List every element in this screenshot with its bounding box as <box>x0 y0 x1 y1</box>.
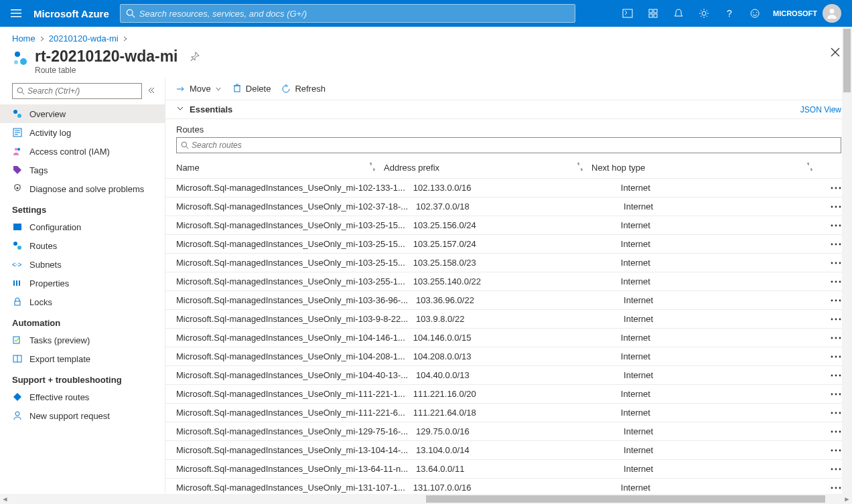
table-row[interactable]: Microsoft.Sql-managedInstances_UseOnly_m… <box>165 291 852 310</box>
col-name-header[interactable]: Name <box>176 163 200 173</box>
sidebar-item-support-request[interactable]: New support request <box>0 406 165 425</box>
row-context-menu[interactable] <box>831 221 841 230</box>
chevron-right-icon <box>40 33 45 44</box>
row-context-menu[interactable] <box>831 408 841 418</box>
delete-button[interactable]: Delete <box>232 83 271 94</box>
json-view-link[interactable]: JSON View <box>800 105 841 114</box>
sidebar-item-access-control[interactable]: Access control (IAM) <box>0 142 165 161</box>
svg-point-16 <box>15 52 20 57</box>
sidebar-item-locks[interactable]: Locks <box>0 292 165 311</box>
move-icon <box>176 84 186 94</box>
row-context-menu[interactable] <box>831 390 841 399</box>
sidebar-item-routes[interactable]: Routes <box>0 236 165 255</box>
cell-prefix: 13.64.0.0/11 <box>416 464 464 474</box>
sort-icon[interactable] <box>369 163 376 173</box>
global-search-input[interactable] <box>139 9 569 19</box>
row-context-menu[interactable] <box>831 277 841 286</box>
directories-icon[interactable] <box>640 0 666 27</box>
sidebar-item-properties[interactable]: Properties <box>0 274 165 292</box>
row-context-menu[interactable] <box>831 296 841 305</box>
table-row[interactable]: Microsoft.Sql-managedInstances_UseOnly_m… <box>165 441 852 460</box>
move-button[interactable]: Move <box>176 84 222 94</box>
sidebar-item-tags[interactable]: Tags <box>0 161 165 179</box>
sidebar-item-label: New support request <box>29 411 110 421</box>
help-icon[interactable]: ? <box>717 0 742 27</box>
collapse-sidebar-button[interactable] <box>147 86 155 96</box>
sidebar-item-export-template[interactable]: Export template <box>0 349 165 368</box>
table-row[interactable]: Microsoft.Sql-managedInstances_UseOnly_m… <box>165 216 852 235</box>
brand-label[interactable]: Microsoft Azure <box>33 8 109 19</box>
table-row[interactable]: Microsoft.Sql-managedInstances_UseOnly_m… <box>165 385 852 404</box>
svg-point-3 <box>127 9 133 15</box>
svg-point-58 <box>835 224 837 226</box>
row-context-menu[interactable] <box>831 240 841 249</box>
pin-button[interactable] <box>190 52 200 63</box>
row-context-menu[interactable] <box>831 333 841 343</box>
menu-toggle[interactable] <box>5 3 27 24</box>
sidebar-item-subnets[interactable]: <·> Subnets <box>0 255 165 274</box>
sidebar-item-diagnose[interactable]: Diagnose and solve problems <box>0 179 165 198</box>
svg-point-23 <box>13 110 17 114</box>
col-prefix-header[interactable]: Address prefix <box>384 163 439 173</box>
breadcrumb-resource[interactable]: 20210120-wda-mi <box>49 33 119 44</box>
horizontal-scrollbar[interactable]: ◄► <box>0 494 852 504</box>
sort-icon[interactable] <box>577 163 583 173</box>
sidebar-item-configuration[interactable]: Configuration <box>0 218 165 236</box>
row-context-menu[interactable] <box>831 202 841 212</box>
routes-search[interactable] <box>176 137 841 153</box>
global-search[interactable] <box>120 4 575 23</box>
breadcrumb-home[interactable]: Home <box>12 33 36 44</box>
ellipsis-icon <box>831 318 841 321</box>
vertical-scrollbar[interactable] <box>842 27 852 494</box>
table-row[interactable]: Microsoft.Sql-managedInstances_UseOnly_m… <box>165 347 852 366</box>
routes-search-input[interactable] <box>192 141 837 150</box>
delete-icon <box>232 83 242 92</box>
table-row[interactable]: Microsoft.Sql-managedInstances_UseOnly_m… <box>165 329 852 347</box>
svg-point-10 <box>702 11 706 15</box>
sidebar-item-overview[interactable]: Overview <box>0 104 165 123</box>
sidebar-search-input[interactable] <box>27 86 137 96</box>
svg-point-98 <box>839 468 841 470</box>
table-row[interactable]: Microsoft.Sql-managedInstances_UseOnly_m… <box>165 179 852 197</box>
table-row[interactable]: Microsoft.Sql-managedInstances_UseOnly_m… <box>165 272 852 291</box>
row-context-menu[interactable] <box>831 427 841 436</box>
table-row[interactable]: Microsoft.Sql-managedInstances_UseOnly_m… <box>165 422 852 441</box>
cell-prefix: 111.221.64.0/18 <box>413 408 476 418</box>
sidebar-item-tasks[interactable]: Tasks (preview) <box>0 331 165 349</box>
feedback-icon[interactable] <box>742 0 768 27</box>
sidebar-item-effective-routes[interactable]: Effective routes <box>0 388 165 406</box>
table-row[interactable]: Microsoft.Sql-managedInstances_UseOnly_m… <box>165 310 852 329</box>
sort-icon[interactable] <box>806 163 813 173</box>
cloud-shell-icon[interactable] <box>615 0 640 27</box>
table-row[interactable]: Microsoft.Sql-managedInstances_UseOnly_m… <box>165 404 852 422</box>
ellipsis-icon <box>831 412 841 414</box>
table-row[interactable]: Microsoft.Sql-managedInstances_UseOnly_m… <box>165 254 852 272</box>
row-context-menu[interactable] <box>831 315 841 324</box>
table-row[interactable]: Microsoft.Sql-managedInstances_UseOnly_m… <box>165 366 852 385</box>
subnets-icon: <·> <box>12 259 23 270</box>
row-context-menu[interactable] <box>831 183 841 193</box>
row-context-menu[interactable] <box>831 465 841 474</box>
cell-prefix: 104.208.0.0/13 <box>413 351 472 361</box>
close-button[interactable] <box>831 48 840 59</box>
refresh-button[interactable]: Refresh <box>281 84 326 94</box>
essentials-toggle[interactable] <box>176 104 184 114</box>
row-context-menu[interactable] <box>831 483 841 493</box>
col-hop-header[interactable]: Next hop type <box>591 163 645 173</box>
row-context-menu[interactable] <box>831 352 841 361</box>
account-area[interactable]: MICROSOFT <box>768 4 847 23</box>
row-context-menu[interactable] <box>831 258 841 268</box>
page-subtitle: Route table <box>35 66 178 75</box>
sidebar-item-activity-log[interactable]: Activity log <box>0 123 165 142</box>
table-row[interactable]: Microsoft.Sql-managedInstances_UseOnly_m… <box>165 460 852 479</box>
sidebar-search[interactable] <box>12 83 142 99</box>
row-context-menu[interactable] <box>831 446 841 455</box>
hamburger-icon <box>11 8 21 19</box>
svg-rect-8 <box>649 14 652 17</box>
table-row[interactable]: Microsoft.Sql-managedInstances_UseOnly_m… <box>165 235 852 254</box>
settings-icon[interactable] <box>691 0 717 27</box>
cell-prefix: 103.25.157.0/24 <box>413 239 476 249</box>
row-context-menu[interactable] <box>831 371 841 380</box>
notifications-icon[interactable] <box>666 0 691 27</box>
table-row[interactable]: Microsoft.Sql-managedInstances_UseOnly_m… <box>165 197 852 216</box>
